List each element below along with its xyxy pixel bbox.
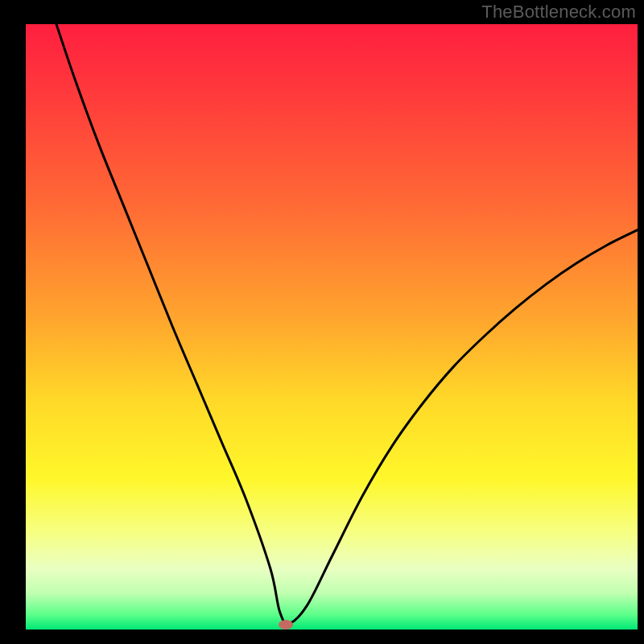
- watermark-text: TheBottleneck.com: [481, 2, 636, 23]
- optimal-point-marker: [279, 620, 293, 630]
- chart-frame: TheBottleneck.com: [0, 0, 644, 644]
- gradient-background: [26, 24, 638, 630]
- bottleneck-chart: [0, 0, 644, 644]
